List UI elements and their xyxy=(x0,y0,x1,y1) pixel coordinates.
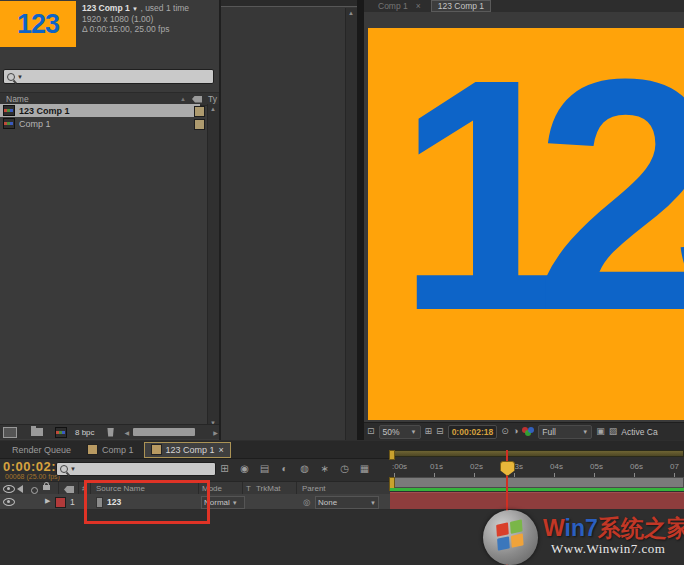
watermark-brand-in7: in7 xyxy=(565,515,598,541)
composition-icon xyxy=(3,105,15,116)
parent-dropdown[interactable]: None ▼ xyxy=(315,496,379,509)
project-search-input[interactable]: ▼ xyxy=(3,69,214,84)
chevron-down-icon: ▼ xyxy=(370,500,376,506)
tab-label: Comp 1 xyxy=(102,445,134,455)
search-options-caret-icon[interactable]: ▼ xyxy=(70,466,76,472)
region-of-interest-icon[interactable]: ⊟ xyxy=(436,427,444,436)
trkmat-column-header[interactable]: TrkMat xyxy=(256,484,281,493)
mode-column-header[interactable]: Mode xyxy=(202,484,222,493)
side-panel-scrollbar[interactable]: ▲ xyxy=(345,8,357,440)
layer-row[interactable]: ▶ 1 123 Normal ▼ ◎ None ▼ xyxy=(0,494,390,510)
layer-visibility-icon[interactable] xyxy=(3,498,15,508)
time-ruler[interactable]: :00s 01s 02s 03s 04s 05s 06s 07 xyxy=(390,457,684,478)
project-row-label[interactable]: Comp 1 xyxy=(19,119,51,129)
watermark-windows-logo xyxy=(483,510,538,565)
layer-source-icon xyxy=(96,497,103,508)
stopwatch-icon[interactable]: ◷ xyxy=(336,463,353,475)
chevron-down-icon: ▼ xyxy=(232,500,238,506)
new-folder-icon[interactable] xyxy=(31,428,43,436)
navigator-start-handle[interactable] xyxy=(389,450,395,460)
transparency-grid-icon[interactable]: ▨ xyxy=(609,427,618,436)
work-area-bar[interactable] xyxy=(390,477,684,488)
auto-keyframe-icon[interactable]: ∗ xyxy=(316,463,333,475)
windows-flag-icon xyxy=(496,522,526,552)
show-snapshot-icon[interactable]: ◑ xyxy=(513,427,518,436)
pick-whip-icon[interactable]: ◎ xyxy=(303,497,310,507)
project-row-comp-1[interactable]: Comp 1 xyxy=(0,117,200,130)
canvas-numerals: 123 xyxy=(396,30,684,360)
trash-icon[interactable] xyxy=(107,428,115,437)
search-icon xyxy=(7,73,15,81)
scroll-up-icon[interactable]: ▲ xyxy=(348,10,354,16)
source-name-column-header[interactable]: Source Name xyxy=(96,484,145,493)
tab-render-queue[interactable]: Render Queue xyxy=(6,443,77,457)
tab-comp-1[interactable]: Comp 1 xyxy=(378,1,408,11)
ruler-tick-label: 04s xyxy=(550,462,563,471)
composition-panel-tabs: Comp 1 × 123 Comp 1 xyxy=(364,0,684,12)
composition-canvas[interactable]: 123 xyxy=(368,28,684,420)
ruler-tick-label: 02s xyxy=(470,462,483,471)
lock-column-icon[interactable] xyxy=(43,482,50,492)
chevron-down-icon[interactable]: ▼ xyxy=(132,6,138,12)
composition-toolbar: ⊡ 50% ▼ ⊞ ⊟ 0:00:02:18 ⊙ ◑ Full ▼ ▣ ▨ Ac… xyxy=(364,422,684,440)
show-channel-icon[interactable] xyxy=(522,427,534,436)
brainstorm-icon[interactable]: ◍ xyxy=(296,463,313,475)
project-row-123-comp-1[interactable]: 123 Comp 1 xyxy=(0,104,200,117)
pixel-aspect-icon[interactable]: ▣ xyxy=(596,427,605,436)
panel-divider[interactable] xyxy=(357,0,364,440)
hscroll-right-icon[interactable]: ▶ xyxy=(213,429,218,436)
resolution-dropdown[interactable]: Full ▼ xyxy=(538,425,592,439)
watermark-brand-cn: 系统之家 xyxy=(598,515,684,541)
composition-icon xyxy=(87,444,98,455)
always-preview-icon[interactable]: ⊡ xyxy=(367,427,375,436)
ruler-tick-label: 06s xyxy=(630,462,643,471)
project-row-label[interactable]: 123 Comp 1 xyxy=(19,106,70,116)
time-navigator[interactable] xyxy=(390,450,684,457)
label-column-icon[interactable] xyxy=(192,96,202,103)
mini-flowchart-icon[interactable]: ⊞ xyxy=(216,463,233,475)
chevron-down-icon: ▼ xyxy=(411,429,417,435)
project-vertical-scrollbar[interactable]: ▲ ▼ xyxy=(207,104,219,428)
sort-arrow-icon[interactable]: ▲ xyxy=(180,96,186,102)
motion-blur-icon[interactable]: ◐ xyxy=(276,463,293,475)
tab-close-icon[interactable]: × xyxy=(416,1,421,11)
column-type-header[interactable]: Ty xyxy=(208,94,217,104)
cached-frames-indicator xyxy=(390,488,684,491)
graph-editor-icon[interactable]: ▦ xyxy=(356,463,373,475)
label-swatch[interactable] xyxy=(194,106,205,117)
snapshot-icon[interactable]: ⊙ xyxy=(501,427,509,436)
layer-index: 1 xyxy=(70,497,75,507)
scroll-up-icon[interactable]: ▲ xyxy=(210,106,216,112)
column-name-header[interactable]: Name xyxy=(6,94,29,104)
new-composition-icon[interactable] xyxy=(55,427,67,438)
t-column-header[interactable]: T xyxy=(246,484,251,493)
hscroll-left-icon[interactable]: ◀ xyxy=(125,429,130,436)
label-swatch[interactable] xyxy=(194,119,205,130)
tab-label: 123 Comp 1 xyxy=(166,445,215,455)
search-options-caret-icon[interactable]: ▼ xyxy=(17,74,23,80)
tab-123-comp-1[interactable]: 123 Comp 1 xyxy=(431,0,491,12)
timeline-toolbar: ⊞ ◉ ▤ ◐ ◍ ∗ ◷ ▦ xyxy=(216,461,388,476)
frame-blending-icon[interactable]: ▤ xyxy=(256,463,273,475)
layer-label-swatch[interactable] xyxy=(55,497,66,508)
layer-expand-icon[interactable]: ▶ xyxy=(45,497,50,505)
parent-column-header[interactable]: Parent xyxy=(302,484,326,493)
number-column-header[interactable]: # xyxy=(82,484,86,493)
tab-comp-1[interactable]: Comp 1 xyxy=(81,443,140,457)
layer-duration-bar[interactable] xyxy=(390,492,684,509)
tab-close-icon[interactable]: × xyxy=(219,445,224,455)
timeline-search-input[interactable]: ▼ xyxy=(56,462,216,476)
magnification-dropdown[interactable]: 50% ▼ xyxy=(379,425,421,439)
interpret-footage-icon[interactable] xyxy=(3,427,17,438)
blend-mode-dropdown[interactable]: Normal ▼ xyxy=(201,496,245,509)
hscroll-thumb[interactable] xyxy=(133,428,195,436)
camera-dropdown[interactable]: Active Ca xyxy=(621,427,657,437)
color-depth-button[interactable]: 8 bpc xyxy=(75,428,95,437)
grid-guides-icon[interactable]: ⊞ xyxy=(425,427,433,436)
composition-icon xyxy=(151,444,162,455)
hide-shy-layers-icon[interactable]: ◉ xyxy=(236,463,253,475)
layer-name[interactable]: 123 xyxy=(107,497,121,507)
viewer-timecode[interactable]: 0:00:02:18 xyxy=(448,425,498,439)
tab-123-comp-1[interactable]: 123 Comp 1 × xyxy=(144,442,231,458)
zoom-value: 50% xyxy=(383,427,400,437)
